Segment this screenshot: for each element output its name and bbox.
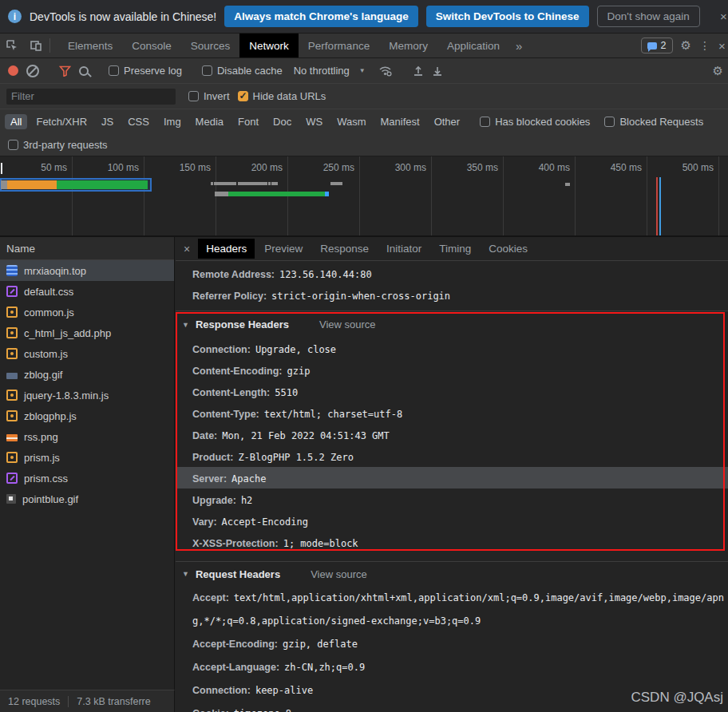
- third-party-checkbox[interactable]: [8, 140, 18, 150]
- preserve-log-checkbox[interactable]: [109, 65, 119, 76]
- search-icon[interactable]: [79, 66, 89, 76]
- response-view-source-link[interactable]: View source: [319, 318, 376, 330]
- filter-chip-manifest[interactable]: Manifest: [374, 114, 425, 129]
- overview-gridline: [503, 156, 504, 237]
- header-row-server: Server:Apache: [176, 467, 728, 489]
- request-row-default-css[interactable]: default.css: [0, 281, 174, 302]
- js-icon: [6, 348, 18, 359]
- blocked-requests-checkbox[interactable]: [604, 117, 615, 127]
- tab-elements[interactable]: Elements: [58, 34, 122, 57]
- tab-network[interactable]: Network: [239, 34, 299, 57]
- overview-tick-label: 200 ms: [231, 162, 283, 173]
- device-toolbar-icon[interactable]: [24, 34, 48, 57]
- headers-tab-response[interactable]: Response: [312, 239, 377, 259]
- header-row-date: Date:Mon, 21 Feb 2022 04:51:43 GMT: [176, 424, 728, 445]
- waterfall-bar: [268, 182, 271, 185]
- import-har-icon[interactable]: [413, 65, 424, 77]
- settings-gear-icon[interactable]: ⚙: [681, 38, 691, 53]
- header-value: gzip: [287, 366, 310, 377]
- inspect-element-icon[interactable]: [0, 34, 24, 57]
- header-name: Content-Length:: [192, 387, 270, 398]
- filter-chip-img[interactable]: Img: [158, 114, 187, 129]
- response-headers-title: Response Headers: [196, 318, 289, 330]
- more-tabs-icon[interactable]: »: [509, 34, 528, 57]
- dont-show-again-button[interactable]: Don't show again: [597, 6, 700, 27]
- request-row-custom-js[interactable]: custom.js: [0, 343, 174, 364]
- info-icon: i: [8, 10, 22, 23]
- filter-chip-font[interactable]: Font: [232, 114, 264, 129]
- kebab-menu-icon[interactable]: ⋮: [699, 39, 710, 52]
- filter-chip-wasm[interactable]: Wasm: [331, 114, 371, 129]
- disable-cache-checkbox[interactable]: [202, 65, 212, 76]
- preserve-log-toggle[interactable]: Preserve log: [109, 65, 182, 77]
- filter-chip-ws[interactable]: WS: [300, 114, 328, 129]
- name-column-header[interactable]: Name: [0, 237, 174, 260]
- export-har-icon[interactable]: [432, 65, 443, 77]
- invert-checkbox[interactable]: [188, 91, 199, 101]
- header-row-upgrade: Upgrade:h2: [176, 489, 728, 510]
- tab-sources[interactable]: Sources: [181, 34, 240, 57]
- filter-funnel-icon[interactable]: [59, 65, 71, 77]
- throttling-dropdown[interactable]: No throttling ▼: [294, 65, 366, 77]
- invert-toggle[interactable]: Invert: [188, 90, 230, 102]
- filter-input[interactable]: [6, 89, 176, 105]
- header-value: h2: [241, 495, 252, 506]
- request-row-c-html-js-add-php[interactable]: c_html_js_add.php: [0, 322, 174, 343]
- filter-chip-all[interactable]: All: [5, 114, 27, 129]
- close-details-icon[interactable]: ×: [176, 243, 196, 255]
- request-headers-section-header[interactable]: ▼ Request Headers View source: [176, 562, 728, 586]
- request-row-zblog-gif[interactable]: zblog.gif: [0, 364, 174, 385]
- request-row-prism-js[interactable]: prism.js: [0, 447, 174, 468]
- requests-panel: Name mrxiaoqin.topdefault.csscommon.jsc_…: [0, 237, 175, 690]
- filter-chip-js[interactable]: JS: [96, 114, 119, 129]
- request-row-prism-css[interactable]: prism.css: [0, 468, 174, 489]
- header-value: 5510: [275, 387, 298, 398]
- network-conditions-icon[interactable]: [378, 65, 393, 77]
- filter-chip-doc[interactable]: Doc: [267, 114, 297, 129]
- filter-chip-other[interactable]: Other: [429, 114, 466, 129]
- headers-tab-cookies[interactable]: Cookies: [481, 239, 536, 259]
- tab-application[interactable]: Application: [437, 34, 509, 57]
- switch-devtools-chinese-button[interactable]: Switch DevTools to Chinese: [426, 6, 589, 27]
- network-settings-gear-icon[interactable]: ⚙: [713, 64, 723, 78]
- headers-tab-preview[interactable]: Preview: [256, 239, 311, 259]
- devtools-infobar: i DevTools is now available in Chinese! …: [0, 0, 728, 34]
- request-row-pointblue-gif[interactable]: pointblue.gif: [0, 489, 174, 509]
- response-headers-section-header[interactable]: ▼ Response Headers View source: [176, 311, 728, 338]
- network-overview-timeline[interactable]: 50 ms100 ms150 ms200 ms250 ms300 ms350 m…: [0, 156, 728, 237]
- filter-chip-media[interactable]: Media: [190, 114, 229, 129]
- request-row-common-js[interactable]: common.js: [0, 302, 174, 322]
- headers-tab-initiator[interactable]: Initiator: [378, 239, 429, 259]
- tab-console[interactable]: Console: [122, 34, 181, 57]
- request-view-source-link[interactable]: View source: [311, 568, 367, 580]
- header-value: text/html,application/xhtml+xml,applicat…: [192, 592, 724, 627]
- record-network-log-icon[interactable]: [8, 65, 18, 76]
- match-chrome-language-button[interactable]: Always match Chrome's language: [224, 6, 418, 27]
- headers-tab-timing[interactable]: Timing: [431, 239, 479, 259]
- disable-cache-toggle[interactable]: Disable cache: [202, 65, 283, 77]
- hide-data-urls-toggle[interactable]: Hide data URLs: [238, 90, 326, 102]
- clear-network-log-icon[interactable]: [26, 65, 39, 77]
- request-name: jquery-1.8.3.min.js: [24, 390, 109, 401]
- has-blocked-cookies-checkbox[interactable]: [480, 117, 490, 127]
- hide-data-urls-checkbox[interactable]: [238, 91, 248, 101]
- header-value: 1; mode=block: [283, 538, 358, 549]
- third-party-toggle[interactable]: 3rd-party requests: [8, 139, 108, 151]
- has-blocked-cookies-toggle[interactable]: Has blocked cookies: [480, 116, 590, 128]
- tab-memory[interactable]: Memory: [379, 34, 437, 57]
- request-row-jquery-1-8-3-min-js[interactable]: jquery-1.8.3.min.js: [0, 385, 174, 405]
- request-row-mrxiaoqin-top[interactable]: mrxiaoqin.top: [0, 260, 174, 281]
- headers-tab-headers[interactable]: Headers: [198, 239, 255, 259]
- request-row-rss-png[interactable]: rss.png: [0, 426, 174, 447]
- close-devtools-icon[interactable]: ×: [718, 39, 725, 53]
- filter-chip-fetch-xhr[interactable]: Fetch/XHR: [30, 114, 93, 129]
- infobar-close-icon[interactable]: ×: [720, 10, 728, 23]
- request-name: prism.css: [24, 473, 68, 485]
- filter-chip-css[interactable]: CSS: [122, 114, 155, 129]
- header-row-product: Product:Z-BlogPHP 1.5.2 Zero: [176, 445, 728, 467]
- tab-performance[interactable]: Performance: [299, 34, 379, 57]
- issues-badge[interactable]: 2: [641, 38, 673, 53]
- request-row-zblogphp-js[interactable]: zblogphp.js: [0, 405, 174, 426]
- request-name: mrxiaoqin.top: [24, 265, 86, 277]
- blocked-requests-toggle[interactable]: Blocked Requests: [604, 116, 703, 128]
